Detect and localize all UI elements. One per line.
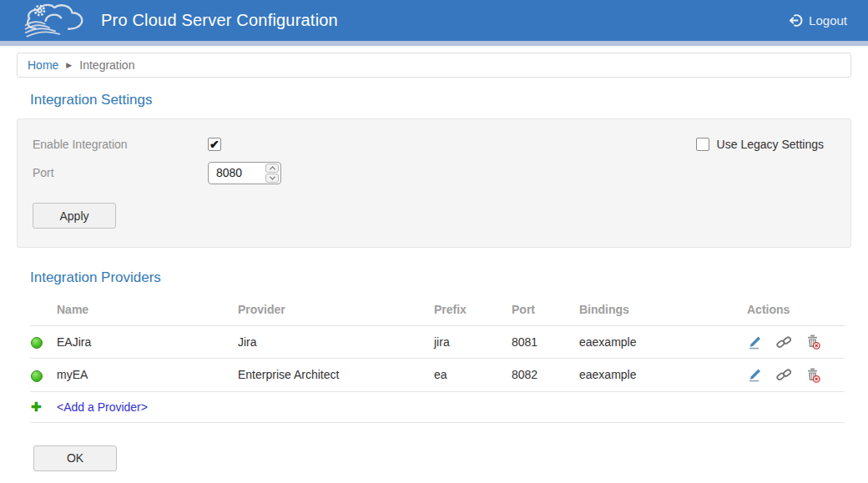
logout-icon <box>789 13 803 28</box>
port-decrement-button[interactable] <box>265 174 279 183</box>
breadcrumb-home-link[interactable]: Home <box>28 58 58 72</box>
brand: Pro Cloud Server Configuration <box>23 3 338 38</box>
pencil-icon <box>748 335 762 350</box>
breadcrumb: Home ▶ Integration <box>17 53 851 78</box>
provider-prefix-cell: jira <box>434 326 512 359</box>
integration-settings-panel: Enable Integration Use Legacy Settings P… <box>17 118 851 248</box>
provider-row: EAJira Jira jira 8081 eaexample <box>30 326 845 359</box>
trash-icon <box>806 368 820 383</box>
use-legacy-group: Use Legacy Settings <box>696 138 835 151</box>
port-input[interactable] <box>209 166 255 179</box>
chevron-up-icon <box>269 166 275 172</box>
use-legacy-checkbox[interactable] <box>696 138 709 151</box>
delete-provider-button[interactable] <box>805 335 821 350</box>
port-column-header: Port <box>512 296 579 326</box>
integration-providers-heading: Integration Providers <box>30 269 868 286</box>
provider-type-cell: Enterprise Architect <box>238 359 434 391</box>
link-icon <box>776 368 792 382</box>
use-legacy-label: Use Legacy Settings <box>717 138 824 151</box>
delete-provider-button[interactable] <box>805 368 821 383</box>
ok-button[interactable]: OK <box>33 445 117 471</box>
port-label: Port <box>33 166 208 179</box>
enable-integration-row: Enable Integration Use Legacy Settings <box>33 133 835 156</box>
app-title: Pro Cloud Server Configuration <box>101 11 338 30</box>
bindings-provider-button[interactable] <box>776 335 792 350</box>
edit-provider-button[interactable] <box>747 335 763 350</box>
provider-name-cell: myEA <box>57 359 238 391</box>
integration-settings-heading: Integration Settings <box>30 92 868 108</box>
logout-button[interactable]: Logout <box>789 13 847 28</box>
bindings-provider-button[interactable] <box>776 368 792 382</box>
provider-name-cell: EAJira <box>57 326 238 359</box>
status-online-icon <box>31 337 43 349</box>
provider-bindings-cell: eaexample <box>579 326 747 359</box>
apply-button[interactable]: Apply <box>33 203 116 229</box>
link-icon <box>776 335 792 350</box>
chevron-down-icon <box>269 174 275 179</box>
provider-port-cell: 8082 <box>512 359 579 391</box>
add-provider-plus-icon[interactable]: ✚ <box>31 400 42 414</box>
name-column-header: Name <box>57 296 238 326</box>
port-spinner <box>265 164 279 183</box>
status-column-header <box>30 296 57 326</box>
status-online-icon <box>31 370 43 382</box>
provider-type-cell: Jira <box>238 326 434 359</box>
providers-table-body: EAJira Jira jira 8081 eaexample <box>30 326 845 392</box>
enable-integration-checkbox[interactable] <box>208 138 221 151</box>
add-provider-row: ✚ <Add a Provider> <box>30 391 845 422</box>
cloud-logo-icon <box>23 3 88 38</box>
prefix-column-header: Prefix <box>434 296 512 326</box>
edit-provider-button[interactable] <box>747 368 763 382</box>
provider-column-header: Provider <box>238 296 434 326</box>
logout-label: Logout <box>809 13 847 28</box>
enable-integration-label: Enable Integration <box>33 138 208 151</box>
app-header: Pro Cloud Server Configuration Logout <box>0 0 868 41</box>
providers-table: Name Provider Prefix Port Bindings Actio… <box>30 296 845 423</box>
providers-header-row: Name Provider Prefix Port Bindings Actio… <box>30 296 845 326</box>
header-divider <box>0 41 868 46</box>
port-increment-button[interactable] <box>265 164 279 173</box>
provider-bindings-cell: eaexample <box>579 359 747 391</box>
port-input-box <box>208 162 281 184</box>
breadcrumb-current: Integration <box>79 58 134 72</box>
pencil-icon <box>748 368 762 382</box>
actions-column-header: Actions <box>747 296 845 326</box>
trash-icon <box>806 335 820 350</box>
provider-prefix-cell: ea <box>434 359 512 391</box>
provider-row: myEA Enterprise Architect ea 8082 eaexam… <box>30 359 845 391</box>
bindings-column-header: Bindings <box>579 296 747 326</box>
breadcrumb-separator-icon: ▶ <box>66 61 72 69</box>
provider-port-cell: 8081 <box>512 326 579 359</box>
add-provider-link[interactable]: <Add a Provider> <box>57 400 148 414</box>
port-row: Port <box>33 161 835 184</box>
